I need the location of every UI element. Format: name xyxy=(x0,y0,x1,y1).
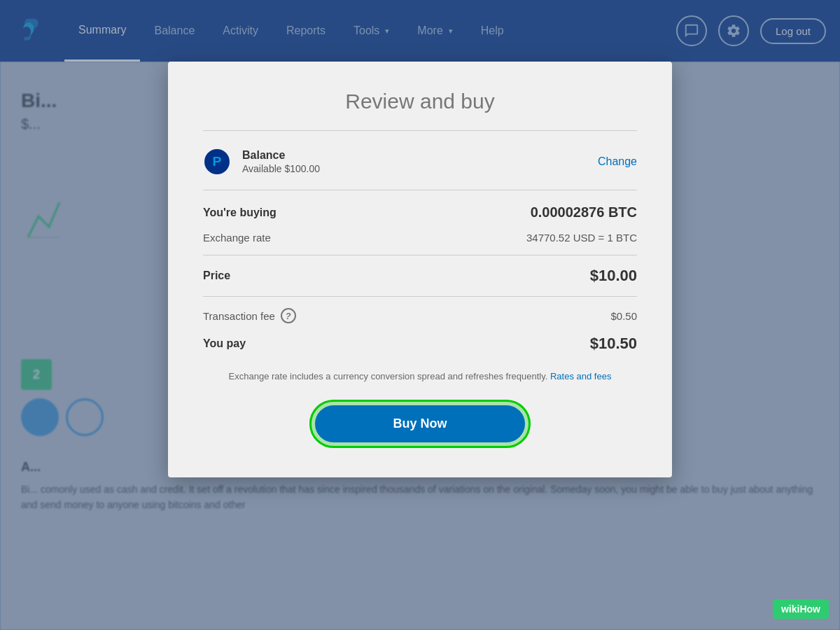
you-pay-row: You pay $10.50 xyxy=(203,335,637,353)
svg-text:P: P xyxy=(213,154,222,169)
paypal-small-logo: P xyxy=(203,148,231,176)
you-pay-value: $10.50 xyxy=(590,335,637,353)
exchange-rate-label: Exchange rate xyxy=(203,232,271,244)
buy-now-button[interactable]: Buy Now xyxy=(315,405,525,442)
payment-info: Balance Available $100.00 xyxy=(242,149,598,174)
rates-and-fees-link[interactable]: Rates and fees xyxy=(550,371,611,382)
transaction-fee-help-icon[interactable]: ? xyxy=(281,308,296,323)
wikihow-badge: wikiHow xyxy=(773,599,829,619)
buying-label: You're buying xyxy=(203,206,276,219)
transaction-fee-label: Transaction fee xyxy=(203,310,275,322)
buying-row: You're buying 0.00002876 BTC xyxy=(203,204,637,220)
review-and-buy-modal: Review and buy P Balance Available $100.… xyxy=(168,62,672,477)
you-pay-label: You pay xyxy=(203,337,246,350)
price-label: Price xyxy=(203,270,230,282)
buy-now-wrapper: Buy Now xyxy=(203,405,637,442)
transaction-fee-label-group: Transaction fee ? xyxy=(203,308,296,323)
exchange-rate-row: Exchange rate 34770.52 USD = 1 BTC xyxy=(203,232,637,244)
payment-method-row: P Balance Available $100.00 Change xyxy=(203,148,637,190)
modal-divider xyxy=(203,130,637,131)
section-divider-1 xyxy=(203,255,637,255)
exchange-rate-value: 34770.52 USD = 1 BTC xyxy=(526,232,637,244)
section-divider-2 xyxy=(203,296,637,297)
price-value: $10.00 xyxy=(590,267,637,285)
transaction-fee-row: Transaction fee ? $0.50 xyxy=(203,308,637,323)
change-payment-link[interactable]: Change xyxy=(598,155,637,168)
payment-label: Balance xyxy=(242,149,598,162)
disclaimer-text: Exchange rate includes a currency conver… xyxy=(203,370,637,384)
transaction-fee-value: $0.50 xyxy=(610,310,637,322)
payment-available: Available $100.00 xyxy=(242,163,598,174)
modal-title: Review and buy xyxy=(203,90,637,113)
price-row: Price $10.00 xyxy=(203,267,637,285)
buying-amount: 0.00002876 BTC xyxy=(531,204,637,220)
